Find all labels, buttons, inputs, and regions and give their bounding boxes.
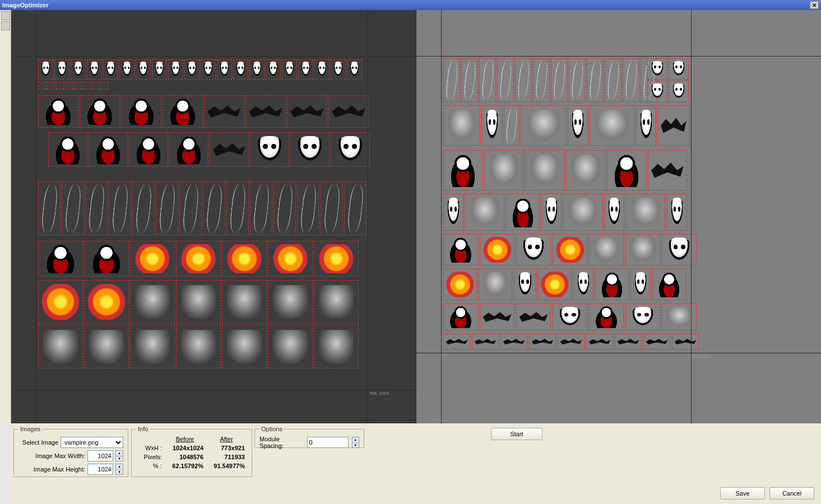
sprite-cell[interactable]	[443, 234, 478, 265]
sprite-cell[interactable]	[626, 194, 665, 231]
sprite-cell[interactable]	[84, 241, 129, 277]
sprite-cell[interactable]	[480, 304, 514, 330]
sprite-cell[interactable]	[47, 82, 55, 90]
sprite-cell[interactable]	[176, 325, 221, 368]
sprite-cell[interactable]	[625, 234, 660, 265]
sprite-cell[interactable]	[344, 181, 367, 235]
sprite-cell[interactable]	[465, 194, 504, 231]
sprite-cell[interactable]	[84, 325, 129, 368]
sprite-cell[interactable]	[321, 181, 343, 235]
sprite-cell[interactable]	[533, 58, 550, 102]
toolbar-button[interactable]	[1, 11, 10, 20]
sprite-cell[interactable]	[484, 150, 523, 190]
module-spacing-input[interactable]	[307, 437, 349, 448]
sprite-cell[interactable]	[314, 59, 330, 80]
sprite-cell[interactable]	[504, 105, 519, 146]
sprite-cell[interactable]	[298, 59, 313, 80]
sprite-cell[interactable]	[331, 132, 370, 167]
sprite-cell[interactable]	[121, 95, 161, 128]
sprite-cell[interactable]	[268, 325, 313, 368]
sprite-cell[interactable]	[83, 82, 91, 90]
sprite-cell[interactable]	[101, 82, 109, 90]
sprite-cell[interactable]	[516, 304, 551, 330]
sprite-cell[interactable]	[38, 82, 46, 90]
sprite-cell[interactable]	[589, 304, 624, 330]
sprite-cell[interactable]	[87, 59, 102, 80]
sprite-cell[interactable]	[168, 59, 183, 80]
sprite-cell[interactable]	[521, 105, 566, 146]
sprite-cell[interactable]	[443, 58, 460, 102]
sprite-cell[interactable]	[129, 132, 168, 167]
sprite-cell[interactable]	[282, 59, 297, 80]
sprite-cell[interactable]	[89, 132, 128, 167]
sprite-cell[interactable]	[482, 105, 502, 146]
sprite-cell[interactable]	[328, 95, 369, 128]
max-height-spinner[interactable]: ▲▼	[115, 464, 123, 475]
sprite-cell[interactable]	[636, 105, 656, 146]
sprite-cell[interactable]	[132, 181, 155, 235]
sprite-cell[interactable]	[169, 132, 208, 167]
sprite-cell[interactable]	[176, 280, 221, 324]
sprite-cell[interactable]	[290, 132, 330, 167]
sprite-cell[interactable]	[652, 269, 686, 300]
sprite-cell[interactable]	[515, 58, 532, 102]
sprite-cell[interactable]	[443, 334, 470, 349]
sprite-cell[interactable]	[662, 234, 697, 265]
sprite-cell[interactable]	[566, 150, 605, 190]
sprite-cell[interactable]	[65, 82, 73, 90]
sprite-cell[interactable]	[297, 181, 319, 235]
sprite-cell[interactable]	[38, 241, 83, 277]
sprite-cell[interactable]	[497, 58, 514, 102]
sprite-cell[interactable]	[184, 59, 200, 80]
sprite-cell[interactable]	[672, 334, 699, 349]
sprite-cell[interactable]	[529, 334, 556, 349]
sprite-cell[interactable]	[647, 58, 667, 80]
sprite-cell[interactable]	[480, 234, 514, 265]
toolbar-button[interactable]	[1, 21, 10, 30]
sprite-cell[interactable]	[222, 325, 267, 368]
sprite-cell[interactable]	[62, 181, 84, 235]
sprite-cell[interactable]	[605, 58, 621, 102]
sprite-cell[interactable]	[268, 241, 313, 277]
sprite-cell[interactable]	[314, 280, 359, 324]
sprite-cell[interactable]	[568, 105, 588, 146]
sprite-cell[interactable]	[130, 325, 175, 368]
sprite-cell[interactable]	[179, 181, 202, 235]
sprite-cell[interactable]	[38, 59, 53, 80]
sprite-cell[interactable]	[103, 59, 118, 80]
canvas-before[interactable]: 768, 1024	[11, 10, 416, 423]
sprite-cell[interactable]	[80, 95, 120, 128]
sprite-cell[interactable]	[461, 58, 478, 102]
sprite-cell[interactable]	[176, 241, 221, 277]
sprite-cell[interactable]	[587, 58, 604, 102]
max-width-spinner[interactable]: ▲▼	[115, 450, 123, 461]
sprite-cell[interactable]	[589, 234, 624, 265]
sprite-cell[interactable]	[203, 181, 225, 235]
sprite-cell[interactable]	[314, 241, 359, 277]
sprite-cell[interactable]	[273, 181, 296, 235]
sprite-cell[interactable]	[314, 325, 359, 368]
sprite-cell[interactable]	[210, 132, 249, 167]
sprite-cell[interactable]	[658, 105, 689, 146]
sprite-cell[interactable]	[130, 241, 175, 277]
sprite-cell[interactable]	[443, 150, 483, 190]
sprite-cell[interactable]	[514, 269, 536, 300]
max-width-input[interactable]	[87, 450, 113, 461]
sprite-cell[interactable]	[553, 234, 587, 265]
sprite-cell[interactable]	[245, 95, 286, 128]
sprite-cell[interactable]	[667, 194, 687, 231]
sprite-cell[interactable]	[249, 59, 265, 80]
sprite-cell[interactable]	[479, 269, 512, 300]
sprite-cell[interactable]	[604, 194, 624, 231]
sprite-cell[interactable]	[56, 82, 64, 90]
canvas-after[interactable]: 773, 921	[416, 10, 821, 423]
sprite-cell[interactable]	[569, 58, 586, 102]
max-height-input[interactable]	[87, 464, 113, 475]
sprite-cell[interactable]	[563, 194, 602, 231]
sprite-cell[interactable]	[607, 150, 646, 190]
sprite-cell[interactable]	[201, 59, 216, 80]
close-icon[interactable]: ✕	[810, 1, 819, 9]
sprite-cell[interactable]	[630, 269, 651, 300]
sprite-cell[interactable]	[500, 334, 527, 349]
sprite-cell[interactable]	[538, 269, 572, 300]
